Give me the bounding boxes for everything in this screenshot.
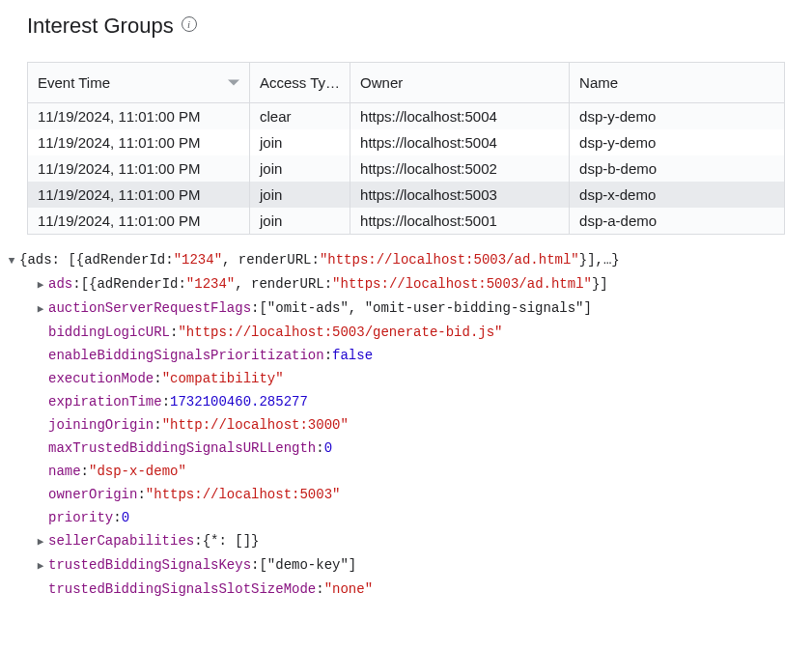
prop-priority: priority: 0 [6, 506, 806, 529]
table-row[interactable]: 11/19/2024, 11:01:00 PMclearhttps://loca… [28, 103, 785, 130]
column-label: Owner [360, 74, 403, 91]
column-label: Event Time [38, 74, 110, 91]
cell-owner: https://localhost:5003 [350, 182, 570, 208]
panel-header: Interest Groups i [0, 0, 812, 48]
object-summary-row[interactable]: {ads: [{adRenderId: "1234", renderURL: "… [6, 248, 806, 272]
detail-object-viewer: {ads: [{adRenderId: "1234", renderURL: "… [0, 235, 812, 614]
table-row[interactable]: 11/19/2024, 11:01:00 PMjoinhttps://local… [28, 155, 785, 182]
cell-type: join [250, 182, 350, 208]
table-row[interactable]: 11/19/2024, 11:01:00 PMjoinhttps://local… [28, 182, 785, 208]
prop-ads[interactable]: ads: [{adRenderId: "1234", renderURL: "h… [6, 272, 806, 296]
expand-toggle-icon[interactable] [35, 530, 46, 553]
prop-trusted-bidding-signals-slot-size-mode: trustedBiddingSignalsSlotSizeMode: "none… [6, 578, 806, 601]
cell-owner: https://localhost:5004 [350, 129, 570, 155]
prop-enable-bidding-signals-prioritization: enableBiddingSignalsPrioritization: fals… [6, 344, 806, 367]
cell-time: 11/19/2024, 11:01:00 PM [28, 182, 250, 208]
column-name[interactable]: Name [570, 63, 785, 103]
column-access-type[interactable]: Access Ty… [250, 63, 350, 103]
cell-type: join [250, 155, 350, 182]
prop-joining-origin: joiningOrigin: "http://localhost:3000" [6, 413, 806, 437]
prop-seller-capabilities[interactable]: sellerCapabilities: {*: []} [6, 529, 806, 553]
expand-toggle-icon[interactable] [35, 273, 46, 296]
prop-execution-mode: executionMode: "compatibility" [6, 367, 806, 390]
expand-toggle-icon[interactable] [35, 554, 46, 578]
cell-name: dsp-x-demo [570, 182, 785, 208]
cell-owner: https://localhost:5002 [350, 155, 570, 182]
cell-name: dsp-a-demo [570, 208, 785, 235]
table-row[interactable]: 11/19/2024, 11:01:00 PMjoinhttps://local… [28, 208, 785, 235]
expand-toggle-icon[interactable] [6, 249, 17, 272]
prop-auction-server-request-flags[interactable]: auctionServerRequestFlags: ["omit-ads", … [6, 296, 806, 321]
panel-title: Interest Groups [27, 14, 174, 39]
cell-owner: https://localhost:5001 [350, 208, 570, 235]
cell-name: dsp-y-demo [570, 103, 785, 130]
prop-max-trusted-bidding-signals-url-length: maxTrustedBiddingSignalsURLLength: 0 [6, 437, 806, 460]
events-table-wrapper: Event Time Access Ty… Owner Name 11/19/2… [0, 62, 812, 235]
prop-expiration-time: expirationTime: 1732100460.285277 [6, 390, 806, 413]
column-label: Name [579, 74, 618, 91]
prop-owner-origin: ownerOrigin: "https://localhost:5003" [6, 483, 806, 506]
column-label: Access Ty… [260, 74, 340, 91]
expand-toggle-icon[interactable] [35, 297, 46, 321]
cell-time: 11/19/2024, 11:01:00 PM [28, 103, 250, 130]
prop-name: name: "dsp-x-demo" [6, 460, 806, 483]
column-event-time[interactable]: Event Time [28, 63, 250, 103]
cell-time: 11/19/2024, 11:01:00 PM [28, 129, 250, 155]
cell-name: dsp-b-demo [570, 155, 785, 182]
info-icon[interactable]: i [182, 16, 197, 32]
table-row[interactable]: 11/19/2024, 11:01:00 PMjoinhttps://local… [28, 129, 785, 155]
cell-type: join [250, 208, 350, 235]
column-owner[interactable]: Owner [350, 63, 570, 103]
sort-desc-icon [228, 79, 239, 85]
cell-type: join [250, 129, 350, 155]
cell-name: dsp-y-demo [570, 129, 785, 155]
cell-owner: https://localhost:5004 [350, 103, 570, 130]
events-table: Event Time Access Ty… Owner Name 11/19/2… [27, 62, 785, 235]
cell-time: 11/19/2024, 11:01:00 PM [28, 155, 250, 182]
prop-trusted-bidding-signals-keys[interactable]: trustedBiddingSignalsKeys: ["demo-key"] [6, 553, 806, 578]
cell-time: 11/19/2024, 11:01:00 PM [28, 208, 250, 235]
cell-type: clear [250, 103, 350, 130]
prop-bidding-logic-url: biddingLogicURL: "https://localhost:5003… [6, 321, 806, 344]
